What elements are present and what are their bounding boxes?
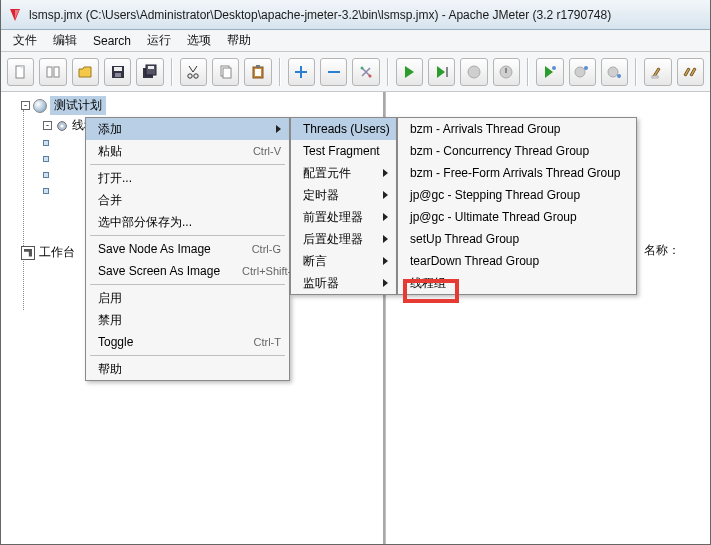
context-menu: 添加 粘贴Ctrl-V 打开... 合并 选中部分保存为... Save Nod… [85,117,290,381]
tb-new[interactable] [7,58,34,86]
arrow-icon [383,279,388,287]
arrow-icon [383,235,388,243]
sm-postprocessor[interactable]: 后置处理器 [291,228,396,250]
svg-point-25 [608,67,618,77]
submenu-add: Threads (Users) Test Fragment 配置元件 定时器 前… [290,117,397,295]
tree-root[interactable]: - 测试计划 [3,96,381,115]
app-window: lsmsp.jmx (C:\Users\Administrator\Deskto… [0,0,711,545]
threadgroup-icon [55,119,69,133]
tb-sep-3 [387,58,389,86]
tb-clear[interactable] [644,58,671,86]
menu-help[interactable]: 帮助 [221,30,257,51]
submenu-threads: bzm - Arrivals Thread Group bzm - Concur… [397,117,637,295]
tb-sep-5 [635,58,637,86]
menu-run[interactable]: 运行 [141,30,177,51]
tb-clearall[interactable] [677,58,704,86]
ctx-sep [90,284,285,285]
tb-saveall[interactable] [136,58,163,86]
svg-point-23 [575,67,585,77]
tb-paste[interactable] [244,58,271,86]
sm-threads[interactable]: Threads (Users) [291,118,396,140]
svg-rect-2 [54,67,59,77]
tb-open[interactable] [72,58,99,86]
expand-icon[interactable]: - [21,101,30,110]
app-icon [7,7,23,23]
arrow-icon [383,191,388,199]
svg-rect-12 [223,68,231,78]
stub-icon[interactable] [43,140,49,146]
tree-root-label: 测试计划 [50,96,106,115]
sm-config[interactable]: 配置元件 [291,162,396,184]
stub-icon[interactable] [43,172,49,178]
tb-remote-stop[interactable] [569,58,596,86]
tb-run-nopause[interactable] [428,58,455,86]
ctx-disable[interactable]: 禁用 [86,309,289,331]
sm-preprocessor[interactable]: 前置处理器 [291,206,396,228]
sm-timer[interactable]: 定时器 [291,184,396,206]
titlebar: lsmsp.jmx (C:\Users\Administrator\Deskto… [1,0,710,30]
tb-templates[interactable] [39,58,66,86]
svg-point-26 [617,74,621,78]
tb-run[interactable] [396,58,423,86]
svg-rect-27 [652,76,658,78]
tb-sep-2 [279,58,281,86]
sm-fragment[interactable]: Test Fragment [291,140,396,162]
tg-setup[interactable]: setUp Thread Group [398,228,636,250]
svg-point-16 [361,66,364,69]
ctx-save-node-image[interactable]: Save Node As ImageCtrl-G [86,238,289,260]
ctx-help[interactable]: 帮助 [86,358,289,380]
tb-save[interactable] [104,58,131,86]
tb-cut[interactable] [180,58,207,86]
sm-assertions[interactable]: 断言 [291,250,396,272]
svg-point-24 [584,66,588,70]
name-label: 名称： [644,242,680,259]
sm-listener[interactable]: 监听器 [291,272,396,294]
menu-options[interactable]: 选项 [181,30,217,51]
tg-bzm-freeform[interactable]: bzm - Free-Form Arrivals Thread Group [398,162,636,184]
svg-point-10 [194,73,198,77]
svg-rect-0 [16,66,24,78]
ctx-save-screen-image[interactable]: Save Screen As ImageCtrl+Shift-G [86,260,289,282]
svg-rect-14 [255,69,261,76]
tg-jp-stepping[interactable]: jp@gc - Stepping Thread Group [398,184,636,206]
tg-bzm-arrivals[interactable]: bzm - Arrivals Thread Group [398,118,636,140]
arrow-icon [383,169,388,177]
tb-toggle[interactable] [352,58,379,86]
expand-icon-2[interactable]: - [43,121,52,130]
ctx-add[interactable]: 添加 [86,118,289,140]
svg-rect-5 [115,73,121,77]
ctx-sep [90,164,285,165]
ctx-save-selection[interactable]: 选中部分保存为... [86,211,289,233]
workbench-label: 工作台 [39,244,75,261]
svg-rect-1 [47,67,52,77]
ctx-sep [90,355,285,356]
svg-point-22 [552,66,556,70]
tb-stop[interactable] [460,58,487,86]
menu-file[interactable]: 文件 [7,30,43,51]
tg-bzm-concurrency[interactable]: bzm - Concurrency Thread Group [398,140,636,162]
svg-point-17 [369,74,372,77]
stub-icon[interactable] [43,188,49,194]
ctx-merge[interactable]: 合并 [86,189,289,211]
svg-point-9 [188,73,192,77]
tb-copy[interactable] [212,58,239,86]
tb-shutdown[interactable] [493,58,520,86]
stub-icon[interactable] [43,156,49,162]
svg-point-19 [468,66,480,78]
menu-edit[interactable]: 编辑 [47,30,83,51]
tb-remote-shut[interactable] [601,58,628,86]
ctx-open[interactable]: 打开... [86,167,289,189]
ctx-paste[interactable]: 粘贴Ctrl-V [86,140,289,162]
arrow-icon [383,257,388,265]
ctx-sep [90,235,285,236]
menu-search[interactable]: Search [87,32,137,50]
testplan-icon [33,99,47,113]
tg-threadgroup[interactable]: 线程组 [398,272,636,294]
tb-expand[interactable] [288,58,315,86]
tb-remote-start[interactable] [536,58,563,86]
tg-teardown[interactable]: tearDown Thread Group [398,250,636,272]
tb-collapse[interactable] [320,58,347,86]
ctx-toggle[interactable]: ToggleCtrl-T [86,331,289,353]
ctx-enable[interactable]: 启用 [86,287,289,309]
tg-jp-ultimate[interactable]: jp@gc - Ultimate Thread Group [398,206,636,228]
